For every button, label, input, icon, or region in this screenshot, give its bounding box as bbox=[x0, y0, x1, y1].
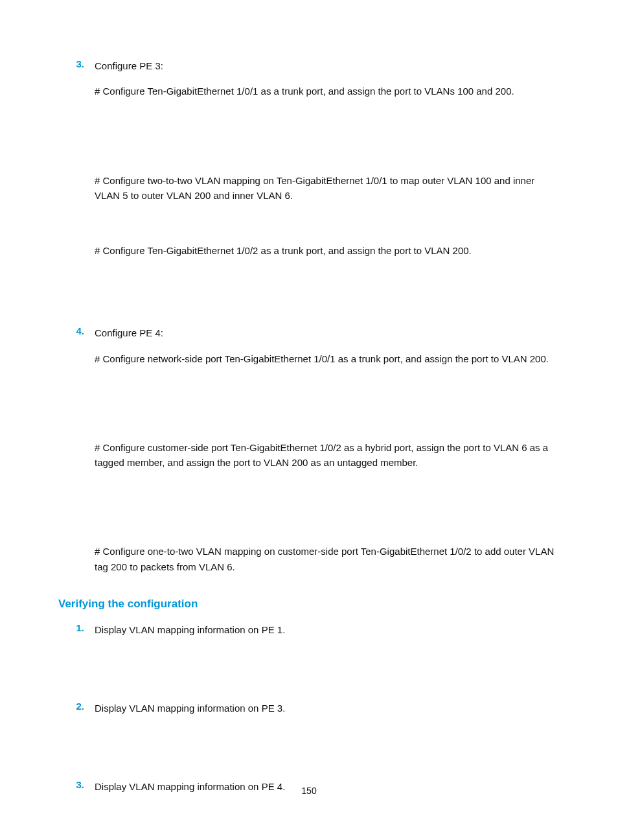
gap bbox=[95, 474, 560, 533]
step-body: Display VLAN mapping information on PE 1… bbox=[95, 622, 560, 697]
step-paragraph: # Configure customer-side port Ten-Gigab… bbox=[95, 440, 560, 471]
gap bbox=[95, 370, 560, 430]
step-paragraph: # Configure Ten-GigabitEthernet 1/0/2 as… bbox=[95, 243, 560, 258]
gap bbox=[95, 103, 560, 163]
section-heading: Verifying the configuration bbox=[58, 598, 560, 611]
step-paragraph: # Configure Ten-GigabitEthernet 1/0/1 as… bbox=[95, 84, 560, 99]
step-number: 1. bbox=[58, 622, 95, 697]
step-text: Display VLAN mapping information on PE 1… bbox=[95, 622, 560, 637]
gap bbox=[95, 716, 560, 775]
step-paragraph: # Configure two-to-two VLAN mapping on T… bbox=[95, 173, 560, 204]
step-title: Configure PE 3: bbox=[95, 58, 560, 73]
gap bbox=[95, 207, 560, 233]
step-body: Configure PE 3: # Configure Ten-GigabitE… bbox=[95, 58, 560, 321]
step-number: 3. bbox=[58, 58, 95, 321]
page: 3. Configure PE 3: # Configure Ten-Gigab… bbox=[0, 0, 618, 840]
step-body: Display VLAN mapping information on PE 3… bbox=[95, 701, 560, 775]
step-4: 4. Configure PE 4: # Configure network-s… bbox=[58, 325, 560, 578]
step-text: Display VLAN mapping information on PE 3… bbox=[95, 701, 560, 716]
step-title: Configure PE 4: bbox=[95, 325, 560, 340]
gap bbox=[95, 637, 560, 697]
page-number: 150 bbox=[0, 786, 618, 796]
verify-step-2: 2. Display VLAN mapping information on P… bbox=[58, 701, 560, 775]
step-3: 3. Configure PE 3: # Configure Ten-Gigab… bbox=[58, 58, 560, 321]
verify-step-1: 1. Display VLAN mapping information on P… bbox=[58, 622, 560, 697]
gap bbox=[95, 262, 560, 321]
step-paragraph: # Configure one-to-two VLAN mapping on c… bbox=[95, 544, 560, 574]
step-number: 4. bbox=[58, 325, 95, 578]
step-body: Configure PE 4: # Configure network-side… bbox=[95, 325, 560, 578]
step-number: 2. bbox=[58, 701, 95, 775]
step-paragraph: # Configure network-side port Ten-Gigabi… bbox=[95, 351, 560, 366]
